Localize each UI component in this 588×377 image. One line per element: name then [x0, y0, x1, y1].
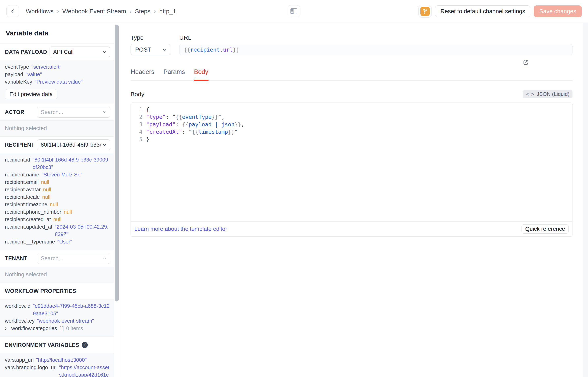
save-changes-button[interactable]: Save changes [534, 5, 582, 17]
field-value: "http://localhost:3000" [36, 356, 87, 364]
variable-field-row: payload"value" [5, 71, 110, 78]
url-input[interactable]: {{recipient.url}} [179, 44, 573, 55]
code-line: 1{ [131, 106, 572, 113]
field-key: recipient.timezone [5, 201, 47, 208]
language-badge: < > JSON (Liquid) [523, 90, 573, 98]
sidebar-heading: Variable data [0, 23, 114, 44]
breadcrumb: Workflows›Webhook Event Stream›Steps›htt… [26, 8, 176, 15]
learn-more-link[interactable]: Learn more about the template editor [134, 226, 227, 232]
toggle-sidebar-button[interactable] [288, 5, 300, 17]
field-value: "server:alert" [31, 63, 61, 71]
variable-field-row: vars.branding.logo_url"https://account-a… [5, 364, 110, 377]
code-line: 2"type": "{{eventType}}", [131, 113, 572, 121]
field-key: recipient.locale [5, 193, 40, 201]
quick-reference-button[interactable]: Quick reference [521, 224, 569, 234]
actor-row: ACTOR Search... [0, 104, 114, 120]
edit-preview-data-button[interactable]: Edit preview data [5, 89, 58, 99]
field-value: "User" [58, 238, 72, 246]
code-content: "createdAt": "{{timestamp}}" [146, 128, 238, 136]
type-label: Type [130, 34, 170, 41]
field-value: null [43, 186, 51, 193]
breadcrumb-item-webhook-event-stream[interactable]: Webhook Event Stream [62, 8, 126, 15]
line-number: 3 [131, 121, 146, 128]
body-section-header: Body < > JSON (Liquid) [130, 90, 573, 98]
variable-field-row: recipient.phone_numbernull [5, 208, 110, 216]
breadcrumb-item-workflows[interactable]: Workflows [26, 8, 54, 15]
http-method-select[interactable]: POST [130, 44, 170, 55]
variable-field-row: ›workflow.categories[ ]0 items [5, 325, 110, 332]
field-value: null [50, 201, 58, 208]
recipient-fields-section: recipient.id"80f1f4bf-166d-48f9-b33c-390… [0, 153, 114, 250]
field-value: "https://account-assets.knock.app/42d161… [59, 364, 110, 377]
request-tabs: HeadersParamsBody [130, 68, 573, 81]
field-key: recipient.__typename [5, 238, 55, 246]
back-button[interactable] [6, 5, 19, 17]
workflow-properties-label: WORKFLOW PROPERTIES [5, 288, 76, 294]
payload-preview-section: eventType"server:alert"payload"value"var… [0, 60, 114, 104]
tab-headers[interactable]: Headers [130, 68, 154, 81]
field-value: "webhook-event-stream" [37, 317, 94, 325]
variable-field-row: recipient.name"Steven Metz Sr." [5, 171, 110, 178]
sidebar-scrollbar [114, 23, 120, 377]
tenant-row: TENANT Search... [0, 250, 114, 267]
field-key: workflow.categories [11, 325, 57, 332]
info-icon[interactable]: i [82, 342, 88, 348]
field-key: recipient.id [5, 156, 30, 164]
reset-channel-settings-button[interactable]: Reset to default channel settings [435, 5, 530, 17]
variable-field-row: recipient.updated_at"2024-03-05T00:42:29… [5, 223, 110, 238]
git-branch-icon [420, 7, 430, 16]
code-brackets-icon: < > [526, 91, 534, 97]
actor-select[interactable]: Search... [37, 107, 110, 118]
code-line: 5} [131, 136, 572, 143]
code-content: } [146, 136, 149, 143]
variable-field-row: recipient.id"80f1f4bf-166d-48f9-b33c-390… [5, 156, 110, 171]
app-window: Workflows›Webhook Event Stream›Steps›htt… [0, 0, 588, 377]
header-actions: Reset to default channel settings Save c… [418, 5, 582, 18]
field-value: null [64, 208, 72, 216]
panel-layout-icon [290, 8, 297, 14]
variable-field-row: recipient.timezonenull [5, 201, 110, 208]
code-line: 3"payload": {{payload | json}}, [131, 121, 572, 128]
open-url-external-icon[interactable] [523, 47, 569, 78]
sidebar-scrollbar-thumb[interactable] [115, 24, 119, 302]
actor-empty-section: Nothing selected [0, 120, 114, 137]
commit-changes-button[interactable] [418, 5, 432, 18]
expand-chevron-icon[interactable]: › [5, 325, 9, 332]
tab-body[interactable]: Body [194, 68, 209, 81]
code-editor-area[interactable]: 1{2"type": "{{eventType}}",3"payload": {… [131, 103, 572, 221]
workflow-properties-row: WORKFLOW PROPERTIES [0, 283, 114, 299]
field-value: null [42, 193, 50, 201]
field-suffix: 0 items [66, 325, 83, 332]
data-payload-select[interactable]: API Call [49, 47, 110, 57]
recipient-select[interactable]: 80f1f4bf-166d-48f9-b33c [37, 139, 110, 150]
tenant-empty-text: Nothing selected [5, 271, 47, 278]
breadcrumb-separator: › [129, 8, 131, 15]
field-value: "e91ddae4-7f99-45cb-a688-3c129aae3105" [33, 302, 110, 317]
data-payload-label: DATA PAYLOAD [5, 49, 47, 55]
tenant-select[interactable]: Search... [37, 253, 110, 264]
chevron-down-icon [102, 142, 107, 147]
field-key: recipient.name [5, 171, 39, 178]
field-value: "value" [26, 71, 42, 78]
field-key: workflow.key [5, 317, 35, 325]
breadcrumb-item-steps[interactable]: Steps [135, 8, 151, 15]
page-scrollbar-track[interactable] [583, 23, 588, 377]
recipient-row: RECIPIENT 80f1f4bf-166d-48f9-b33c [0, 137, 114, 153]
breadcrumb-item-http-1: http_1 [159, 8, 176, 15]
tab-params[interactable]: Params [163, 68, 185, 81]
code-content: "payload": {{payload | json}}, [146, 121, 244, 128]
environment-variables-label: ENVIRONMENT VARIABLES [5, 342, 79, 348]
field-key: workflow.id [5, 302, 30, 310]
environment-fields-section: vars.app_url"http://localhost:3000"vars.… [0, 353, 114, 377]
template-editor: 1{2"type": "{{eventType}}",3"payload": {… [130, 103, 573, 237]
breadcrumb-separator: › [154, 8, 156, 15]
field-key: recipient.created_at [5, 216, 51, 223]
data-payload-row: DATA PAYLOAD API Call [0, 44, 114, 60]
field-value: null [53, 216, 61, 223]
chevron-down-icon [102, 256, 107, 261]
field-value: "Steven Metz Sr." [42, 171, 82, 178]
sidebar-title: Variable data [6, 29, 108, 37]
breadcrumb-separator: › [57, 8, 59, 15]
field-key: recipient.avatar [5, 186, 41, 193]
field-value: "Preview data value" [35, 78, 82, 86]
